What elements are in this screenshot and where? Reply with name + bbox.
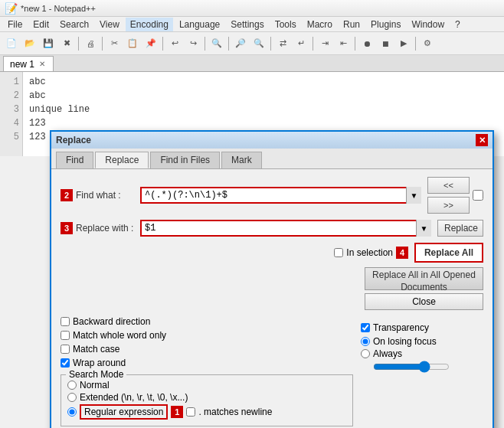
title-bar: 📝 *new 1 - Notepad++ [0, 0, 504, 17]
dialog-body: 2 Find what : ▼ << >> 3 Replace with : ▼… [51, 169, 493, 428]
tab-new1[interactable]: new 1 ✕ [3, 56, 54, 71]
dot-newline-label: . matches newline [198, 407, 272, 417]
radio-always[interactable] [361, 349, 370, 358]
transparency-slider-row [361, 361, 483, 373]
toolbar-macro-play[interactable]: ▶ [395, 35, 412, 52]
dot-newline-checkbox[interactable] [186, 407, 195, 417]
toolbar-close-doc[interactable]: ✖ [58, 35, 75, 52]
menu-file[interactable]: File [3, 18, 27, 31]
toolbar-indent[interactable]: ⇥ [316, 35, 333, 52]
match-case-label: Match case [73, 344, 119, 354]
dialog-options: Backward direction Match whole word only… [61, 316, 483, 426]
menu-language[interactable]: Language [175, 18, 224, 31]
toolbar-macro-rec[interactable]: ⏺ [358, 35, 375, 52]
radio-losing-focus[interactable] [361, 337, 370, 346]
menu-help[interactable]: ? [450, 18, 465, 31]
replace-all-btn[interactable]: Replace All [414, 243, 483, 263]
in-selection-checkbox[interactable] [334, 248, 343, 257]
transparency-slider[interactable] [373, 361, 450, 373]
tab-mark[interactable]: Mark [221, 152, 262, 168]
backward-direction-checkbox[interactable] [61, 317, 70, 326]
replace-input[interactable] [140, 220, 431, 237]
wrap-around-checkbox[interactable] [61, 358, 70, 368]
line-num-2: 2 [3, 89, 19, 103]
toolbar-paste[interactable]: 📌 [142, 35, 159, 52]
menu-plugins[interactable]: Plugins [366, 18, 405, 31]
toolbar-zoom-in[interactable]: 🔎 [232, 35, 249, 52]
toolbar-sep-1 [78, 37, 79, 51]
tab-new1-label: new 1 [10, 59, 34, 70]
toolbar-settings[interactable]: ⚙ [419, 35, 436, 52]
right-options: Transparency On losing focus Always [361, 316, 483, 426]
dialog-close-button[interactable]: ✕ [476, 134, 488, 146]
toolbar-print[interactable]: 🖨 [82, 35, 99, 52]
tab-new1-close[interactable]: ✕ [38, 60, 47, 69]
replace-all-open-btn[interactable]: Replace All in All Opened Documents [365, 267, 483, 290]
toolbar-new[interactable]: 📄 [3, 35, 20, 52]
find-input[interactable] [140, 187, 421, 204]
replace-one-btn[interactable]: Replace [437, 220, 483, 237]
toolbar-sync[interactable]: ⇄ [274, 35, 291, 52]
toolbar-cut[interactable]: ✂ [106, 35, 123, 52]
tab-find[interactable]: Find [56, 152, 93, 168]
toolbar-save[interactable]: 💾 [40, 35, 57, 52]
menu-settings[interactable]: Settings [226, 18, 268, 31]
tab-bar: new 1 ✕ [0, 55, 504, 72]
toolbar-find[interactable]: 🔍 [208, 35, 225, 52]
match-whole-word-checkbox[interactable] [61, 331, 70, 340]
menu-run[interactable]: Run [339, 18, 365, 31]
radio-normal-label: Normal [80, 380, 110, 390]
line-num-1: 1 [3, 75, 19, 89]
menu-tools[interactable]: Tools [270, 18, 301, 31]
toolbar-outdent[interactable]: ⇤ [335, 35, 352, 52]
menu-search[interactable]: Search [55, 18, 93, 31]
radio-normal-row: Normal [67, 380, 346, 390]
transparency-checkbox[interactable] [361, 323, 370, 332]
find-checkbox[interactable] [473, 190, 483, 201]
replace-dropdown-arrow[interactable]: ▼ [416, 220, 431, 237]
search-mode-group: Search Mode Normal Extended (\n, \r, \t,… [61, 374, 353, 426]
close-dialog-btn[interactable]: Close [365, 293, 483, 310]
title-bar-text: *new 1 - Notepad++ [21, 4, 96, 13]
match-whole-word-label: Match whole word only [73, 330, 166, 341]
editor-line-4: 123 [29, 116, 498, 130]
toolbar-open[interactable]: 📂 [21, 35, 38, 52]
find-label: Find what : [76, 190, 137, 201]
toolbar-copy[interactable]: 📋 [124, 35, 141, 52]
prev-match-btn[interactable]: << [427, 177, 470, 194]
radio-regex[interactable] [67, 407, 77, 417]
menu-encoding[interactable]: Encoding [126, 18, 173, 31]
tab-find-in-files[interactable]: Find in Files [150, 152, 220, 168]
step-3-badge: 3 [61, 222, 73, 234]
tab-replace[interactable]: Replace [95, 152, 149, 168]
transparency-label: Transparency [373, 322, 429, 333]
toolbar-sep-2 [102, 37, 103, 51]
toolbar-zoom-out[interactable]: 🔍 [250, 35, 267, 52]
toolbar-undo[interactable]: ↩ [166, 35, 183, 52]
menu-edit[interactable]: Edit [28, 18, 54, 31]
match-case-checkbox[interactable] [61, 345, 70, 354]
radio-regex-label: Regular expression [80, 404, 168, 420]
editor-line-2: abc [29, 89, 498, 103]
editor-line-1: abc [29, 75, 498, 89]
replace-combo: ▼ [140, 220, 431, 237]
dialog-title-bar: Replace ✕ [51, 132, 493, 149]
menu-window[interactable]: Window [407, 18, 449, 31]
menu-view[interactable]: View [95, 18, 124, 31]
toolbar-redo[interactable]: ↪ [185, 35, 201, 52]
find-row: 2 Find what : ▼ << >> [61, 177, 483, 214]
radio-extended[interactable] [67, 393, 77, 402]
in-selection-label: In selection [346, 247, 393, 258]
menu-macro[interactable]: Macro [303, 18, 337, 31]
radio-normal[interactable] [67, 381, 77, 390]
toolbar-macro-stop[interactable]: ⏹ [377, 35, 394, 52]
whole-word-row: Match whole word only [61, 330, 353, 341]
find-dropdown-arrow[interactable]: ▼ [406, 187, 421, 204]
search-mode-label: Search Mode [66, 369, 126, 380]
toolbar-sep-8 [355, 37, 355, 51]
toolbar-wrap[interactable]: ↵ [293, 35, 309, 52]
radio-always-label: Always [373, 348, 402, 359]
radio-losing-focus-row: On losing focus [361, 336, 483, 347]
radio-extended-row: Extended (\n, \r, \t, \0, \x...) [67, 392, 346, 403]
next-match-btn[interactable]: >> [427, 197, 470, 214]
